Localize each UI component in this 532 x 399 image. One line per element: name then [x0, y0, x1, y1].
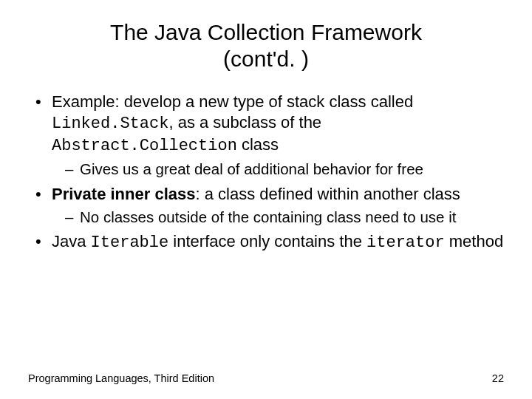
bullet-2: Private inner class: a class defined wit…: [34, 184, 504, 227]
b1-text-post: class: [237, 135, 279, 154]
b3-text-mid: interface only contains the: [168, 232, 366, 250]
bullet-1-sub-1: Gives us a great deal of additional beha…: [65, 160, 504, 179]
b3-text-pre: Java: [52, 232, 91, 250]
bullet-1-sublist: Gives us a great deal of additional beha…: [52, 160, 504, 179]
page-number: 22: [492, 372, 504, 384]
footer: Programming Languages, Third Edition 22: [28, 372, 504, 384]
title-line-1: The Java Collection Framework: [110, 20, 422, 44]
b2-bold: Private inner class: [52, 185, 195, 203]
title-line-2: (cont'd. ): [223, 47, 309, 71]
bullet-list: Example: develop a new type of stack cla…: [28, 92, 504, 253]
b3-code-iterable: Iterable: [91, 233, 169, 252]
b1-code-abstractcollection: Abstract.Collection: [52, 137, 237, 155]
b1-text-mid: , as a subclass of the: [168, 113, 321, 132]
b3-text-post: method: [445, 232, 504, 250]
slide-title: The Java Collection Framework (cont'd. ): [28, 19, 504, 72]
footer-source: Programming Languages, Third Edition: [28, 372, 214, 384]
b2-rest: : a class defined within another class: [195, 185, 460, 203]
b1-code-linkedstack: Linked.Stack: [52, 115, 168, 133]
bullet-1: Example: develop a new type of stack cla…: [34, 92, 504, 180]
b3-code-iterator: iterator: [366, 233, 445, 252]
bullet-2-sub-1: No classes outside of the containing cla…: [65, 208, 504, 227]
b1-text-pre: Example: develop a new type of stack cla…: [52, 92, 413, 111]
bullet-2-sublist: No classes outside of the containing cla…: [52, 208, 504, 227]
bullet-3: Java Iterable interface only contains th…: [34, 231, 504, 253]
